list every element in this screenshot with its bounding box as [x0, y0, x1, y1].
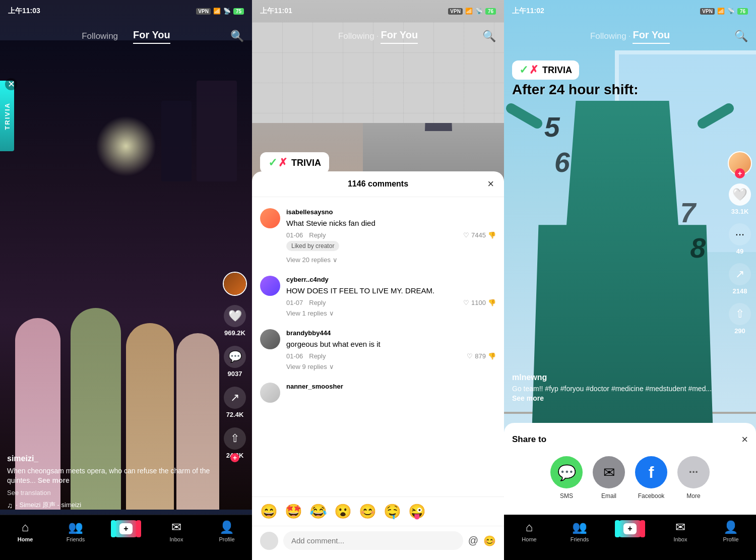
save-icon-1[interactable]: ⇧ [224, 427, 246, 450]
nav-friends-1[interactable]: 👥 Friends [50, 520, 101, 542]
share-button-1[interactable]: ↗ 72.4K [224, 387, 246, 418]
add-button-1[interactable]: + [114, 520, 138, 537]
like-button-3[interactable]: 🤍 33.1K [729, 183, 751, 215]
comment-likes-2[interactable]: ♡ 1100 👎 [463, 299, 496, 306]
heart-icon-3[interactable]: 🤍 [729, 183, 751, 206]
save-button-3[interactable]: ⇧ 290 [729, 303, 751, 335]
view-replies-1[interactable]: View 20 replies ∨ [286, 256, 496, 264]
emoji-1[interactable]: 😄 [260, 503, 278, 520]
share-sms[interactable]: 💬 SMS [550, 456, 583, 500]
home-icon-3: ⌂ [526, 520, 533, 534]
nav-foryou-3[interactable]: For You [633, 29, 670, 44]
nav-add-3[interactable]: + [605, 520, 655, 537]
share-icon-1[interactable]: ↗ [224, 387, 246, 409]
video-section-2: ✓ ✗ TRIVIA 上午11:01 VPN 📶 📡 76 Following … [252, 0, 504, 181]
nav-following-2[interactable]: Following [338, 31, 374, 41]
heart-icon-1[interactable]: 🤍 [224, 305, 246, 327]
search-icon-1[interactable]: 🔍 [230, 30, 244, 43]
emoji-3[interactable]: 😂 [309, 503, 327, 520]
action-buttons-3: + 🤍 33.1K ··· 49 ↗ 2148 ⇧ 290 [728, 151, 752, 335]
creator-avatar-1[interactable] [223, 272, 247, 296]
view-replies-2[interactable]: View 1 replies ∨ [286, 309, 496, 317]
share-button-3[interactable]: ↗ 2148 [729, 263, 751, 295]
comment-reply-btn-1[interactable]: Reply [309, 231, 326, 239]
liked-by-creator-badge: Liked by creator [286, 241, 339, 251]
close-trivia-button[interactable]: ✕ [5, 78, 17, 90]
nav-foryou-2[interactable]: For You [381, 29, 418, 44]
emoji-7[interactable]: 😜 [408, 503, 426, 520]
comment-reply-btn-2[interactable]: Reply [309, 299, 326, 306]
friends-label-1: Friends [67, 536, 85, 542]
share-icon-3[interactable]: ↗ [729, 263, 751, 285]
emoji-picker-icon[interactable]: 😊 [483, 535, 496, 547]
commenter-username-3[interactable]: brandybby444 [286, 329, 496, 337]
nav-foryou-1[interactable]: For You [133, 29, 170, 44]
add-button-3[interactable]: + [618, 520, 642, 537]
share-email[interactable]: ✉ Email [593, 456, 625, 500]
share-panel-title: Share to [512, 434, 546, 445]
comment-likes-3[interactable]: ♡ 879 👎 [467, 352, 496, 360]
status-icons-1: VPN 📶 📡 75 [196, 8, 244, 15]
see-translation-1[interactable]: See translation [7, 489, 217, 496]
commenter-username-1[interactable]: isabellesaysno [286, 208, 496, 216]
see-more-3[interactable]: See more [512, 394, 544, 402]
nav-following-1[interactable]: Following [82, 31, 118, 41]
top-nav-1: Following For You 🔍 [0, 22, 252, 50]
top-nav-3: Following · For You 🔍 [504, 22, 756, 50]
comment-icon-1[interactable]: 💬 [224, 346, 246, 368]
nav-inbox-1[interactable]: ✉ Inbox [151, 520, 202, 542]
emoji-2[interactable]: 🤩 [285, 503, 302, 520]
nav-inbox-3[interactable]: ✉ Inbox [655, 520, 706, 542]
nav-friends-3[interactable]: 👥 Friends [554, 520, 605, 542]
nav-profile-3[interactable]: 👤 Profile [706, 520, 756, 542]
avatar-button-1[interactable]: + [223, 272, 247, 296]
search-icon-2[interactable]: 🔍 [482, 30, 496, 43]
share-facebook[interactable]: f Facebook [635, 456, 667, 500]
comment-date-1: 01-06 [286, 231, 303, 239]
emoji-4[interactable]: 😮 [334, 503, 352, 520]
video-title-3: After 24 hour shift: [512, 81, 711, 99]
share-close-button[interactable]: × [741, 433, 748, 446]
follow-plus-3[interactable]: + [735, 168, 745, 178]
status-bar-2: 上午11:01 VPN 📶 📡 76 [252, 0, 504, 22]
nav-add-1[interactable]: + [101, 520, 151, 537]
share-panel-header: Share to × [512, 433, 748, 446]
comment-input[interactable] [283, 531, 463, 550]
commenter-avatar-3 [260, 329, 280, 349]
comment-likes-1[interactable]: ♡ 7445 👎 [463, 231, 496, 239]
comment-button-1[interactable]: 💬 9037 [224, 346, 246, 378]
emoji-6[interactable]: 🤤 [384, 503, 401, 520]
follow-plus-1[interactable]: + [230, 453, 239, 462]
comments-close-button[interactable]: × [487, 177, 494, 191]
creator-name-1[interactable]: simeizi_ [7, 454, 217, 463]
save-icon-3[interactable]: ⇧ [729, 303, 751, 325]
inbox-icon-3: ✉ [675, 520, 685, 534]
emoji-5[interactable]: 😊 [359, 503, 376, 520]
heart-icon-comment-3: ♡ [467, 352, 473, 360]
share-more[interactable]: ··· More [677, 456, 710, 500]
search-icon-3[interactable]: 🔍 [734, 30, 748, 43]
creator-name-3[interactable]: mlnewng [512, 373, 716, 382]
nav-home-1[interactable]: ⌂ Home [0, 520, 50, 542]
top-nav-2: Following · For You 🔍 [252, 22, 504, 50]
battery-icon-2: 76 [485, 8, 496, 15]
commenter-username-4[interactable]: nanner_smoosher [286, 383, 496, 390]
avatar-button-3[interactable]: + [728, 151, 752, 175]
comment-reply-btn-3[interactable]: Reply [309, 352, 326, 360]
commenter-username-2[interactable]: cyberr..c4ndy [286, 276, 496, 283]
see-more-1[interactable]: See more [38, 476, 70, 484]
view-replies-3[interactable]: View 9 replies ∨ [286, 363, 496, 370]
emoji-bar: 😄 🤩 😂 😮 😊 🤤 😜 [252, 496, 504, 526]
video-title-text: After 24 hour shift: [512, 82, 638, 97]
signal-icon: 📶 [213, 8, 221, 15]
nav-following-3[interactable]: Following [590, 31, 626, 41]
building-2 [161, 101, 192, 181]
like-button-1[interactable]: 🤍 969.2K [224, 305, 246, 337]
comment-icon-3[interactable]: ··· [729, 223, 751, 245]
status-time-1: 上午11:03 [8, 7, 40, 16]
nav-home-3[interactable]: ⌂ Home [504, 520, 554, 542]
comment-button-3[interactable]: ··· 49 [729, 223, 751, 255]
at-icon[interactable]: @ [468, 535, 478, 547]
nav-profile-1[interactable]: 👤 Profile [202, 520, 252, 542]
comments-modal: 1146 comments × isabellesaysno What Stev… [252, 171, 504, 560]
